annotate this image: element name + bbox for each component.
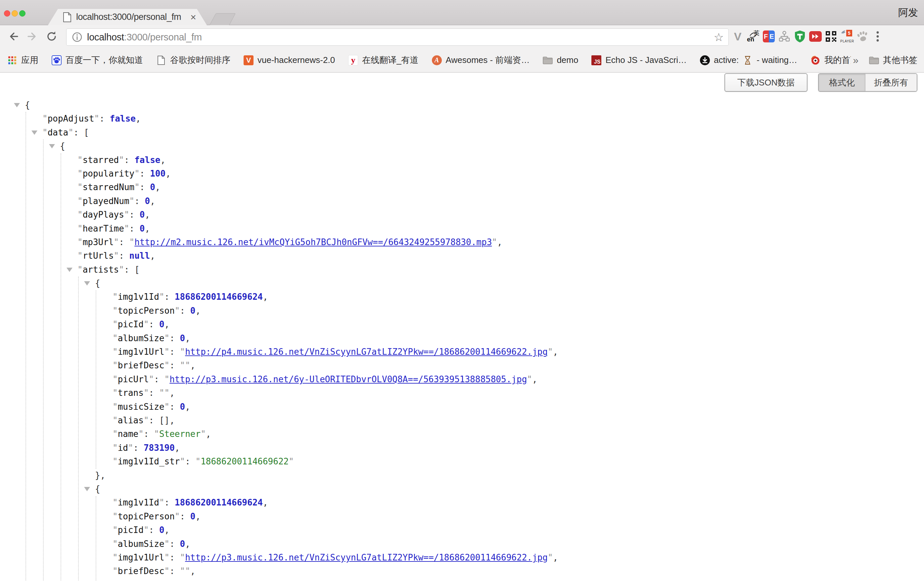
json-token: " [112,292,118,302]
json-token: { [25,100,30,110]
vue-icon: V [244,55,254,65]
other-bookmarks-folder[interactable]: 其他书签 [869,54,917,66]
json-token: false [134,155,160,165]
json-line: "dayPlays": 0, [0,208,924,222]
vue-devtools-icon[interactable]: V [731,30,744,43]
info-icon[interactable] [72,32,82,42]
bookmark-item[interactable]: 我的首页 微博-随时… [810,54,851,66]
video-speed-icon[interactable] [809,30,822,43]
json-link[interactable]: http://m2.music.126.net/ivMcQYiG5oh7BCJh… [134,237,492,247]
collapse-all-button[interactable]: 折叠所有 [865,74,917,91]
json-token: popAdjust [48,114,94,124]
other-bookmarks-label: 其他书签 [883,54,917,66]
bookmark-label: 百度一下，你就知道 [66,54,143,66]
window-minimize-button[interactable] [12,10,18,17]
json-token: " [112,319,118,329]
address-bar[interactable]: localhost:3000/personal_fm ☆ [66,28,729,46]
json-line: "picId": 0, [0,318,924,331]
echojs-icon: JS [591,55,601,65]
bookmark-item[interactable]: AAwesomes - 前端资… [432,54,530,66]
json-token: " [78,251,83,261]
json-token: 100 [150,169,165,179]
json-token: musicSize [118,402,165,412]
json-token: " [112,539,118,549]
format-button[interactable]: 格式化 [819,74,865,91]
json-token: " [180,361,185,370]
bookmark-item[interactable]: y在线翻译_有道 [348,54,418,66]
json-token: " [112,347,118,357]
json-token: name [118,429,139,439]
collapse-arrow-icon[interactable] [31,131,37,135]
download-circle-icon [700,55,710,65]
qrcode-icon[interactable] [825,30,837,43]
claw-icon[interactable] [856,30,868,43]
forward-button[interactable] [24,28,41,45]
view-mode-segmented-control: 格式化 折叠所有 [818,73,917,92]
json-token: : [119,251,129,261]
page-icon [156,55,166,65]
bookmark-star-icon[interactable]: ☆ [714,31,724,43]
json-token: 0 [145,196,150,206]
json-token: : [180,511,190,521]
json-token: , [160,155,165,165]
browser-tab[interactable]: localhost:3000/personal_fm × [48,9,207,25]
json-token: 0 [180,539,185,549]
translate-icon[interactable]: 英en [747,30,759,43]
html5-player-icon[interactable]: 5PLAYER [840,30,853,43]
json-token: , [263,498,268,508]
json-token: : [185,457,195,467]
json-token: playedNum [83,196,129,206]
bookmark-label: - waiting… [757,55,797,65]
fe-toolbox-icon[interactable]: FE [762,30,775,43]
json-token: : [134,196,145,206]
awesomes-icon: A [432,55,442,65]
json-token: : [ [124,265,140,275]
download-json-button[interactable]: 下载JSON数据 [724,73,807,92]
collapse-arrow-icon[interactable] [66,268,73,272]
bookmark-label: active: [714,55,739,65]
json-token: 0 [150,182,155,192]
json-token: " [112,306,118,316]
json-token: topicPerson [118,511,175,521]
json-token: " [165,539,170,549]
sitemap-icon[interactable] [778,30,790,43]
bookmark-item[interactable]: Vvue-hackernews-2.0 [244,55,335,65]
json-link[interactable]: http://p4.music.126.net/VnZiScyynLG7atLI… [185,347,548,357]
json-token: " [78,196,83,206]
new-tab-button[interactable] [209,13,236,26]
collapse-arrow-icon[interactable] [49,144,55,148]
collapse-arrow-icon[interactable] [84,487,90,491]
json-token: " [165,374,170,384]
menu-dots-icon[interactable] [871,30,884,43]
json-link[interactable]: http://p3.music.126.net/VnZiScyynLG7atLI… [185,553,548,563]
json-line: "picUrl": "http://p4.music.126.net/6y-Ul… [0,578,924,581]
profile-name[interactable]: 阿发 [898,6,918,20]
json-token: starred [83,155,119,165]
back-button[interactable] [5,28,22,45]
tampermonkey-icon[interactable] [794,30,806,43]
json-token: : [170,402,180,412]
json-link[interactable]: http://p3.music.126.net/6y-UleORITEDbvrO… [170,374,527,384]
bookmark-item[interactable]: demo [543,55,578,65]
json-token: : [165,498,175,508]
bookmark-label: 谷歌按时间排序 [170,54,230,66]
json-line: "img1v1Url": "http://p4.music.126.net/Vn… [0,345,924,359]
json-token: " [112,511,118,521]
window-zoom-button[interactable] [19,10,25,17]
collapse-arrow-icon[interactable] [84,281,90,286]
bookmark-item[interactable]: 谷歌按时间排序 [156,54,230,66]
collapse-arrow-icon[interactable] [14,103,20,107]
window-close-button[interactable] [4,10,10,17]
json-token: : [149,388,159,398]
bookmark-item[interactable]: 应用 [7,54,38,66]
bookmark-item[interactable]: active:- waiting… [700,55,797,65]
tab-close-icon[interactable]: × [188,12,198,22]
json-token: 0 [140,223,145,233]
bookmark-item[interactable]: 百度一下，你就知道 [52,54,143,66]
titlebar: localhost:3000/personal_fm × 阿发 [0,0,924,25]
reload-button[interactable] [43,28,60,45]
bookmark-item[interactable]: JSEcho JS - JavaScri… [591,55,687,65]
json-token: , [165,525,170,535]
bookmarks-overflow-chevron[interactable]: » [851,55,860,66]
json-line: "name": "Steerner", [0,427,924,441]
